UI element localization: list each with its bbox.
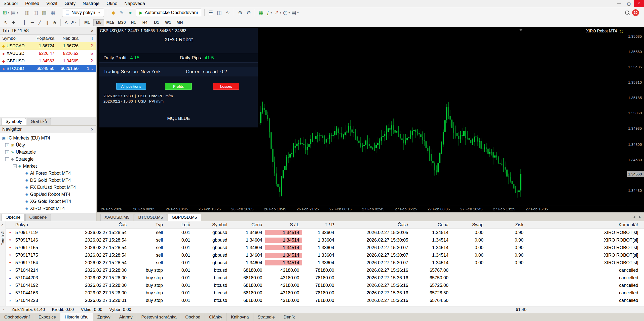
terminal-tab-4[interactable]: Alarmy bbox=[115, 313, 137, 321]
ohlc-bars-icon[interactable]: ☰ bbox=[206, 8, 215, 17]
candlestick-chart-icon[interactable]: ◫ bbox=[215, 8, 223, 17]
menu-item-0[interactable]: Soubor bbox=[0, 0, 22, 7]
terminal-tab-3[interactable]: Zprávy bbox=[93, 313, 115, 321]
price-scale[interactable]: 1.356851.355601.354351.353101.351851.350… bbox=[627, 27, 644, 206]
terminal-row[interactable]: ▲ 571044214 2026.02.27 15:28:00 buy stop… bbox=[6, 266, 644, 274]
vertical-line-icon[interactable]: │ bbox=[21, 19, 28, 26]
close-icon[interactable]: × bbox=[1, 222, 4, 227]
navigator-item[interactable]: ◈XIRO Robot MT4 bbox=[0, 205, 96, 212]
mw-column-header-0[interactable]: Symbol bbox=[0, 36, 35, 41]
terminal-tab-6[interactable]: Obchod bbox=[181, 313, 205, 321]
terminal-column-header-4[interactable]: Lotů bbox=[166, 222, 193, 227]
ea-button-losses[interactable]: Losses bbox=[213, 83, 239, 90]
menu-item-3[interactable]: Grafy bbox=[61, 0, 79, 7]
market-watch-toggle-icon[interactable]: ▥ bbox=[23, 8, 31, 17]
timeframe-m5[interactable]: M5 bbox=[93, 19, 104, 26]
profiles-icon[interactable]: ▤▼ bbox=[11, 8, 19, 17]
terminal-tab-7[interactable]: Články bbox=[205, 313, 227, 321]
mw-column-header-2[interactable]: Nabídka bbox=[57, 36, 82, 41]
market-watch-tab-1[interactable]: Graf tiků bbox=[27, 118, 51, 125]
close-button[interactable]: × bbox=[634, 0, 644, 7]
horizontal-line-icon[interactable]: ─ bbox=[28, 19, 36, 26]
timeframe-mn[interactable]: MN bbox=[174, 19, 185, 26]
navigator-item[interactable]: ◈XG Gold Robot MT4 bbox=[0, 198, 96, 205]
terminal-tab-9[interactable]: Strategie bbox=[253, 313, 279, 321]
zoom-out-icon[interactable]: ⊖ bbox=[244, 8, 253, 17]
market-watch-row[interactable]: ◆USDCAD 1.36724 1.36726 2 bbox=[0, 42, 96, 50]
periods-icon[interactable]: ◷▼ bbox=[282, 8, 291, 17]
line-chart-icon[interactable]: ∿ bbox=[223, 8, 232, 17]
terminal-row[interactable]: ▲ 571044166 2026.02.27 15:28:00 buy stop… bbox=[6, 289, 644, 297]
terminal-tab-5[interactable]: Poštovní schránka bbox=[137, 313, 181, 321]
terminal-tab-10[interactable]: Deník bbox=[279, 313, 299, 321]
navigator-item[interactable]: ◈FX EurUsd Robot MT4 bbox=[0, 184, 96, 191]
restore-button[interactable]: ▢ bbox=[624, 0, 634, 7]
tile-windows-icon[interactable]: ▦ bbox=[257, 8, 265, 17]
timeframe-d1[interactable]: D1 bbox=[151, 19, 162, 26]
minimize-button[interactable]: — bbox=[614, 0, 624, 7]
terminal-row[interactable]: ▼ 570917175 2026.02.27 15:28:54 sell 0.0… bbox=[6, 251, 644, 259]
menu-item-4[interactable]: Nástroje bbox=[79, 0, 103, 7]
navigator-item[interactable]: −◈Market bbox=[0, 163, 96, 170]
close-icon[interactable]: × bbox=[91, 28, 94, 33]
terminal-column-header-2[interactable]: Čas bbox=[50, 222, 130, 227]
new-order-button[interactable]: Nový pokyn ▼ bbox=[62, 9, 104, 17]
menu-item-1[interactable]: Pohled bbox=[22, 0, 43, 7]
market-watch-row[interactable]: ◆XAUUSD 5226.47 5226.52 5 bbox=[0, 50, 96, 57]
time-axis[interactable]: 26 Feb 202626 Feb 08:0526 Feb 10:4526 Fe… bbox=[97, 206, 644, 212]
arrow-objects-icon[interactable]: ↗▼ bbox=[70, 19, 78, 26]
channel-icon[interactable]: ∥ bbox=[44, 19, 51, 26]
terminal-column-header-1[interactable]: Pokyn bbox=[14, 222, 50, 227]
terminal-tab-0[interactable]: Obchodování bbox=[0, 313, 34, 321]
terminal-toggle-icon[interactable]: ▦ bbox=[49, 8, 57, 17]
text-label-icon[interactable]: A bbox=[62, 19, 70, 26]
terminal-row[interactable]: ▼ 570917146 2026.02.27 15:28:54 sell 0.0… bbox=[6, 236, 644, 244]
terminal-row[interactable]: ▲ 571044223 2026.02.27 15:28:01 buy stop… bbox=[6, 297, 644, 304]
templates-icon[interactable]: ▤▼ bbox=[291, 8, 299, 17]
market-watch-row[interactable]: ◆BTCUSD 66249.50 66261.50 1... bbox=[0, 65, 96, 72]
navigator-tab-1[interactable]: Oblíbené bbox=[25, 214, 51, 221]
tabs-scroll-right-icon[interactable]: ► bbox=[638, 215, 642, 219]
trendline-icon[interactable]: ╱ bbox=[36, 19, 44, 26]
mw-column-header-1[interactable]: Poptávka bbox=[35, 36, 57, 41]
menu-item-2[interactable]: Vložit bbox=[43, 0, 61, 7]
terminal-tab-8[interactable]: Knihovna bbox=[227, 313, 253, 321]
navigator-item[interactable]: ◈DS Gold Robot MT4 bbox=[0, 177, 96, 184]
terminal-column-header-10[interactable]: Cena bbox=[411, 222, 451, 227]
zoom-in-icon[interactable]: ⊕ bbox=[236, 8, 244, 17]
navigator-tab-0[interactable]: Obecné bbox=[2, 214, 25, 221]
tree-expander[interactable]: − bbox=[13, 164, 17, 168]
chart-area[interactable]: GBPUSD,M5 1.34497 1.34565 1.34486 1.3456… bbox=[97, 27, 644, 221]
timeframe-w1[interactable]: W1 bbox=[163, 19, 174, 26]
market-watch-row[interactable]: ◆GBPUSD 1.34563 1.34565 2 bbox=[0, 57, 96, 65]
crosshair-icon[interactable]: ✚ bbox=[10, 19, 17, 26]
cursor-icon[interactable]: ↖ bbox=[2, 19, 10, 26]
notifications-badge[interactable]: 20 bbox=[632, 9, 639, 16]
terminal-column-header-8[interactable]: T / P bbox=[302, 222, 337, 227]
terminal-tab-2[interactable]: Historie účtu bbox=[60, 313, 93, 321]
terminal-row[interactable]: ▼ 570917165 2026.02.27 15:28:54 sell 0.0… bbox=[6, 244, 644, 251]
ea-button-all-positions[interactable]: All positions bbox=[116, 83, 146, 90]
indicators-icon[interactable]: ƒ▼ bbox=[265, 8, 274, 17]
navigator-item[interactable]: +∿Ukazatele bbox=[0, 149, 96, 156]
search-icon[interactable] bbox=[625, 11, 629, 15]
tree-expander[interactable]: − bbox=[5, 157, 9, 161]
timeframe-m15[interactable]: M15 bbox=[105, 19, 116, 26]
terminal-row[interactable]: ▲ 571044192 2026.02.27 15:28:00 buy stop… bbox=[6, 282, 644, 289]
terminal-column-header-9[interactable]: Čas / bbox=[337, 222, 411, 227]
terminal-tab-1[interactable]: Expozice bbox=[34, 313, 60, 321]
navigator-item[interactable]: +◉Účty bbox=[0, 142, 96, 149]
terminal-row[interactable]: ▼ 570917154 2026.02.27 15:28:54 sell 0.0… bbox=[6, 259, 644, 266]
navigator-item[interactable]: ◈GbpUsd Robot MT4 bbox=[0, 191, 96, 198]
terminal-row[interactable]: ▲ 571044203 2026.02.27 15:28:00 buy stop… bbox=[6, 274, 644, 282]
menu-item-5[interactable]: Okno bbox=[103, 0, 121, 7]
navigator-toggle-icon[interactable]: ▧ bbox=[40, 8, 49, 17]
chart-tab-1[interactable]: BTCUSD,M5 bbox=[134, 214, 167, 221]
navigator-item[interactable]: −◆Strategie bbox=[0, 156, 96, 163]
close-icon[interactable]: × bbox=[91, 127, 94, 132]
terminal-column-header-5[interactable]: Symbol bbox=[193, 222, 230, 227]
terminal-column-header-7[interactable]: S / L bbox=[265, 222, 302, 227]
community-icon[interactable]: ● bbox=[126, 8, 135, 17]
terminal-column-header-13[interactable]: Komentář bbox=[526, 222, 644, 227]
timeframe-h4[interactable]: H4 bbox=[139, 19, 150, 26]
